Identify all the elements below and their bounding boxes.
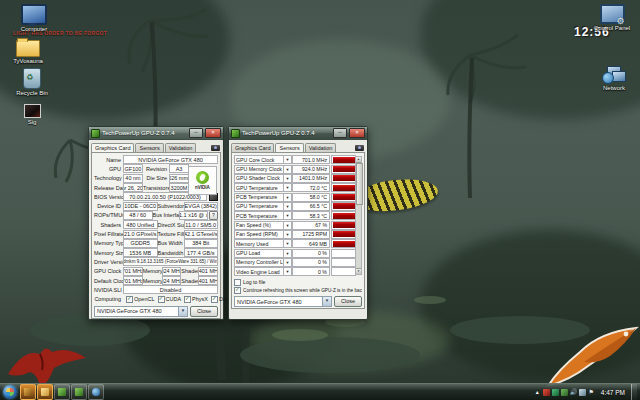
desktop-icon-folder[interactable]: TyVosauna <box>2 40 54 65</box>
minimize-button[interactable]: – <box>189 128 203 138</box>
sync-utility-icon[interactable] <box>561 389 568 396</box>
chevron-down-icon[interactable]: ▼ <box>284 202 292 211</box>
gpu-utility-icon[interactable] <box>543 389 550 396</box>
chevron-down-icon[interactable]: ▼ <box>284 267 292 276</box>
pixel-fillrate-value: 21.0 GPixel/s <box>123 230 158 239</box>
subvendor-value: EVGA (3842) <box>184 202 219 211</box>
scroll-down-icon[interactable]: ▼ <box>356 268 361 274</box>
chevron-down-icon[interactable]: ▼ <box>284 230 292 239</box>
gpu-clock-value: 701 MHz <box>123 267 143 276</box>
action-center-flag-icon[interactable]: ⚑ <box>588 389 595 396</box>
sensor-value: 58.3 °C <box>292 211 330 220</box>
desktop-icon-network[interactable]: Network <box>588 66 640 92</box>
card-selector-dropdown[interactable]: NVIDIA GeForce GTX 480 ▼ <box>234 296 332 307</box>
desktop-icon-computer[interactable]: Computer <box>8 4 60 33</box>
tab-sensors[interactable]: Sensors <box>135 143 163 152</box>
close-button[interactable]: Close <box>190 306 218 317</box>
bus-width-value: 384 Bit <box>184 239 219 248</box>
taskbar-clock[interactable]: 4:47 PM <box>597 389 629 396</box>
icon-label: Recycle Bin <box>6 90 58 97</box>
chevron-down-icon[interactable]: ▼ <box>284 165 292 174</box>
computer-icon <box>21 4 47 25</box>
sensor-value: 701.0 MHz <box>292 155 330 164</box>
field-row-shaders: Shaders 480 Unified DirectX Support 11.0… <box>94 220 218 229</box>
chevron-down-icon[interactable]: ▼ <box>284 221 292 230</box>
window-titlebar[interactable]: TechPowerUp GPU-Z 0.7.4 – × <box>89 127 223 140</box>
tab-validation[interactable]: Validation <box>165 143 197 152</box>
taskbar-button-gpuz-2[interactable] <box>71 384 87 400</box>
sensor-row: PCB Temperature ▼ 58.0 °C <box>234 192 356 201</box>
shaders-value: 480 Unified <box>123 220 158 229</box>
device-id-value: 10DE - 06C0 <box>123 202 158 211</box>
taskbar-button-explorer[interactable] <box>37 384 53 400</box>
bus-help-button[interactable]: ? <box>209 211 218 220</box>
show-desktop-button[interactable] <box>631 384 637 400</box>
scrollbar-thumb[interactable] <box>356 163 363 205</box>
card-selector-dropdown[interactable]: NVIDIA GeForce GTX 480 ▼ <box>94 306 188 317</box>
sensor-value: 58.0 °C <box>292 193 330 202</box>
desktop-icon-control-panel[interactable]: Control Panel <box>586 4 638 32</box>
tab-validation[interactable]: Validation <box>305 143 337 152</box>
chevron-down-icon[interactable]: ▼ <box>284 155 292 164</box>
sli-value: Disabled <box>123 285 218 294</box>
checkbox-checked-icon <box>126 296 133 303</box>
sensor-graph <box>331 211 356 220</box>
close-button[interactable]: Close <box>334 296 362 307</box>
taskbar-button-gpuz-1[interactable] <box>54 384 70 400</box>
gpuz-window-graphics-card[interactable]: TechPowerUp GPU-Z 0.7.4 – × Graphics Car… <box>88 126 224 320</box>
sensor-value: 1401.0 MHz <box>292 174 330 183</box>
sensor-name: PCB Temperature <box>234 193 284 202</box>
volume-icon[interactable]: 🔊 <box>570 389 577 396</box>
chevron-down-icon[interactable]: ▼ <box>284 174 292 183</box>
checkbox-checked-icon <box>211 296 218 303</box>
antivirus-icon[interactable] <box>552 389 559 396</box>
close-icon[interactable]: × <box>349 128 365 138</box>
desktop-icon-picture[interactable]: Sig <box>6 104 58 126</box>
sensor-name: Video Engine Load <box>234 267 284 276</box>
taskbar-button-game[interactable] <box>20 384 36 400</box>
desktop-icon-recycle-bin[interactable]: Recycle Bin <box>6 68 58 97</box>
icon-label: Network <box>588 85 640 92</box>
sensor-name: Memory Used <box>234 239 284 248</box>
sensor-value: 649 MB <box>292 239 330 248</box>
start-button[interactable] <box>3 385 17 399</box>
taskbar-button-browser[interactable] <box>88 384 104 400</box>
computing-option[interactable]: CUDA <box>158 296 182 303</box>
chevron-down-icon[interactable]: ▼ <box>284 258 292 267</box>
chevron-down-icon[interactable]: ▼ <box>284 193 292 202</box>
sensor-value: 67 % <box>292 221 330 230</box>
tab-graphics-card[interactable]: Graphics Card <box>231 143 274 152</box>
log-to-file-option[interactable]: Log to file <box>234 278 362 286</box>
refresh-background-option[interactable]: Continue refreshing this screen while GP… <box>234 286 362 294</box>
field-row-memory-type: Memory Type GDDR5 Bus Width 384 Bit <box>94 239 218 248</box>
sensor-graph <box>331 183 356 192</box>
chevron-down-icon[interactable]: ▼ <box>284 211 292 220</box>
computing-option[interactable]: PhysX <box>184 296 208 303</box>
orange-pterosaur-art <box>540 322 640 392</box>
default-clock-value: 701 MHz <box>123 276 143 285</box>
sensor-graph <box>331 267 356 276</box>
screenshot-camera-icon[interactable] <box>211 145 220 151</box>
checkbox-checked-icon <box>234 287 241 294</box>
field-row-computing: Computing OpenCL CUDA <box>94 294 218 303</box>
computing-option[interactable]: OpenCL <box>126 296 155 303</box>
sensor-row: GPU Temperature ▼ 72.0 °C <box>234 183 356 192</box>
taskbar: ▲ 🔊 ⚑ 4:47 PM <box>0 383 640 400</box>
sensor-graph <box>331 174 356 183</box>
network-status-icon[interactable] <box>579 389 586 396</box>
chevron-down-icon[interactable]: ▼ <box>284 183 292 192</box>
chevron-down-icon[interactable]: ▼ <box>284 239 292 248</box>
chevron-down-icon[interactable]: ▼ <box>284 249 292 258</box>
icon-label: TyVosauna <box>2 58 54 65</box>
minimize-button[interactable]: – <box>333 128 347 138</box>
sensor-scrollbar[interactable]: ▲ ▼ <box>355 156 362 275</box>
nvidia-eye-icon <box>196 171 209 184</box>
close-icon[interactable]: × <box>205 128 221 138</box>
gpuz-window-sensors[interactable]: TechPowerUp GPU-Z 0.7.4 – × Graphics Car… <box>228 126 368 320</box>
screenshot-camera-icon[interactable] <box>355 145 364 151</box>
window-titlebar[interactable]: TechPowerUp GPU-Z 0.7.4 – × <box>229 127 367 140</box>
memory-size-value: 1536 MB <box>123 248 158 257</box>
memory-clock-value: 924 MHz <box>162 267 182 276</box>
hidden-icons-arrow-icon[interactable]: ▲ <box>534 389 541 396</box>
chevron-down-icon: ▼ <box>178 307 187 316</box>
